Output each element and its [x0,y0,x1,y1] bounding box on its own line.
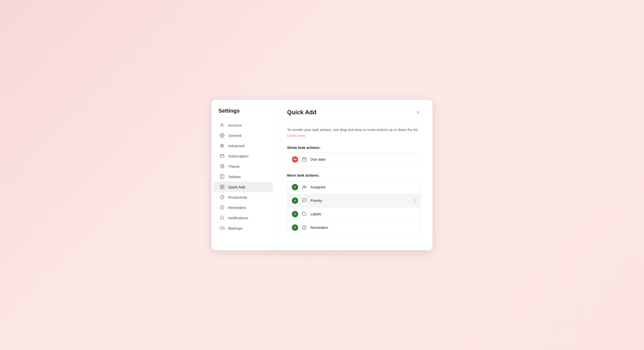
sidebar-label-subscription: Subscription [228,154,248,158]
sliders-icon [220,143,225,148]
description-text: To reorder your task actions, use drag a… [287,127,421,138]
flag-icon [302,198,307,203]
drag-handle-priority [413,198,416,203]
svg-point-6 [222,145,223,146]
more-section-label: More task actions: [287,173,421,177]
settings-title: Settings [212,108,275,120]
notifications-icon [220,215,225,221]
reminders-icon [220,205,225,210]
add-assignee-button[interactable] [292,184,298,190]
sidebar-item-sidebar[interactable]: Sidebar [214,171,273,182]
show-task-list: Due date [287,153,421,166]
gear-icon [220,133,225,138]
sidebar-label-advanced: Advanced [228,144,245,148]
due-date-label: Due date [310,157,416,161]
task-row-labels[interactable]: Labels [288,208,420,221]
sidebar-item-quick-add[interactable]: Quick Add [214,182,273,192]
sidebar-item-advanced[interactable]: Advanced [214,141,273,151]
theme-icon [220,164,225,169]
person-icon [302,184,307,190]
sidebar-label-productivity: Productivity [228,195,248,199]
sidebar-label-notifications: Notifications [228,216,248,220]
sidebar-item-account[interactable]: Account [214,120,273,130]
sidebar-item-subscription[interactable]: Subscription [214,151,273,161]
add-reminders-button[interactable] [292,224,298,231]
calendar-icon [302,157,307,162]
productivity-icon [220,195,225,200]
sidebar-item-backups[interactable]: Backups [214,223,273,233]
sidebar-label-theme: Theme [228,164,240,168]
task-row-priority[interactable]: Priority [288,194,420,208]
task-row-due-date[interactable]: Due date [288,153,420,166]
svg-point-0 [222,124,223,125]
remove-due-date-button[interactable] [292,156,298,163]
sidebar-label-reminders: Reminders [228,206,246,210]
sidebar-item-productivity[interactable]: Productivity [214,192,273,202]
task-row-reminders[interactable]: Reminders [288,221,420,234]
priority-label: Priority [310,198,410,203]
tag-icon [302,211,307,217]
backups-icon [220,225,225,231]
svg-rect-8 [220,155,224,157]
sidebar-item-reminders[interactable]: Reminders [214,202,273,213]
settings-modal: Settings Account General Advanced [212,100,432,250]
svg-point-26 [303,185,305,187]
close-button[interactable]: × [416,109,421,116]
task-row-assignee[interactable]: Assignee [288,181,420,194]
svg-line-19 [223,196,224,196]
assignee-label: Assignee [310,185,416,189]
sidebar-label-sidebar: Sidebar [228,175,241,179]
account-icon [220,122,225,128]
show-section-label: Show task actions: [287,145,421,150]
sidebar-label-backups: Backups [228,226,242,230]
svg-rect-12 [220,175,224,179]
more-task-list: Assignee Priority [287,180,421,235]
svg-point-7 [222,147,222,147]
reminders-label: Reminders [310,225,416,230]
add-labels-button[interactable] [292,211,298,217]
sidebar-label-general: General [228,133,241,138]
page-title: Quick Add [287,109,316,116]
svg-point-1 [222,135,223,136]
sidebar-label-quick-add: Quick Add [228,185,245,189]
main-content: Quick Add × To reorder your task actions… [275,100,432,250]
add-priority-button[interactable] [292,197,298,204]
subscription-icon [220,153,225,159]
sidebar-item-notifications[interactable]: Notifications [214,213,273,223]
sidebar: Settings Account General Advanced [212,100,275,250]
svg-rect-22 [302,158,306,161]
labels-label: Labels [310,212,416,216]
svg-point-11 [222,166,223,167]
quick-add-icon [220,184,225,190]
sidebar-label-account: Account [228,123,242,127]
sidebar-item-general[interactable]: General [214,130,273,141]
clock-icon [302,225,307,230]
main-header: Quick Add × [287,109,421,116]
learn-more-link[interactable]: Learn more. [287,134,306,138]
header-divider [287,121,421,121]
sidebar-item-theme[interactable]: Theme [214,161,273,171]
svg-point-5 [221,144,222,145]
sidebar-nav-icon [220,174,225,179]
description-main: To reorder your task actions, use drag a… [287,128,419,132]
